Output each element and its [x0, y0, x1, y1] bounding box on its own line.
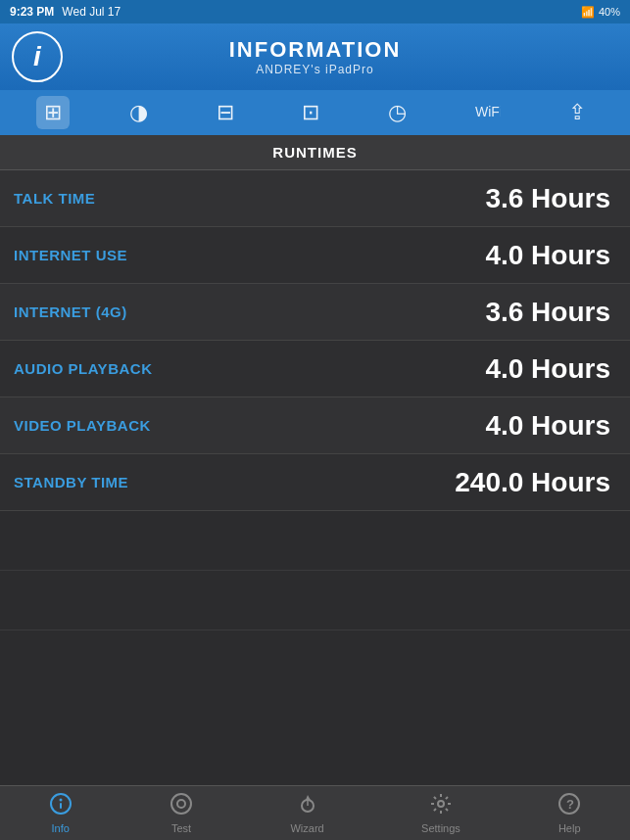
- toolbar: ⊞ ◑ ⊟ ⊡ ◷ WiFi ⇪: [0, 90, 630, 135]
- status-icons: 📶 40%: [581, 6, 620, 19]
- toolbar-clock-icon[interactable]: ◷: [380, 96, 414, 129]
- app-logo-icon: i: [12, 31, 63, 82]
- divider-1: [0, 570, 630, 571]
- runtime-value: 240.0 Hours: [382, 467, 630, 498]
- toolbar-chart-icon[interactable]: ◑: [121, 96, 156, 129]
- table-row: INTERNET USE4.0 Hours: [0, 227, 630, 284]
- svg-text:?: ?: [566, 797, 574, 812]
- nav-help-label: Help: [558, 822, 581, 834]
- status-time: 9:23 PM: [10, 5, 54, 19]
- runtimes-table: TALK TIME3.6 HoursINTERNET USE4.0 HoursI…: [0, 170, 630, 511]
- nav-item-settings[interactable]: Settings: [410, 788, 472, 838]
- runtime-value: 4.0 Hours: [382, 353, 630, 385]
- nav-settings-icon: [429, 792, 453, 820]
- battery-status: 40%: [599, 6, 620, 18]
- runtime-value: 4.0 Hours: [382, 240, 630, 271]
- svg-point-2: [59, 799, 62, 802]
- bottom-nav: InfoTestWizardSettings?Help: [0, 785, 630, 840]
- svg-rect-3: [60, 803, 62, 809]
- table-row: STANDBY TIME240.0 Hours: [0, 454, 630, 511]
- runtime-label: AUDIO PLAYBACK: [0, 360, 382, 377]
- runtime-label: STANDBY TIME: [0, 474, 382, 490]
- runtime-label: INTERNET USE: [0, 247, 382, 263]
- section-title: RUNTIMES: [272, 144, 357, 161]
- wifi-status-icon: 📶: [581, 6, 595, 19]
- nav-info-label: Info: [52, 822, 70, 834]
- header-subtitle: ANDREY's iPadPro: [229, 63, 402, 76]
- toolbar-share-icon[interactable]: ⇪: [560, 96, 594, 129]
- runtime-value: 3.6 Hours: [382, 297, 630, 328]
- header: i INFORMATION ANDREY's iPadPro: [0, 23, 630, 90]
- table-row: AUDIO PLAYBACK4.0 Hours: [0, 341, 630, 397]
- header-text: INFORMATION ANDREY's iPadPro: [229, 37, 402, 76]
- empty-area: [0, 570, 630, 785]
- nav-settings-label: Settings: [421, 822, 460, 834]
- nav-info-icon: [49, 792, 73, 820]
- nav-help-icon: ?: [557, 792, 581, 820]
- nav-item-test[interactable]: Test: [158, 788, 205, 838]
- nav-item-help[interactable]: ?Help: [546, 788, 593, 838]
- toolbar-image-icon[interactable]: ⊡: [294, 96, 327, 129]
- runtime-label: TALK TIME: [0, 190, 382, 207]
- runtime-label: VIDEO PLAYBACK: [0, 417, 382, 434]
- divider-2: [0, 630, 630, 630]
- nav-test-label: Test: [171, 822, 191, 834]
- nav-item-wizard[interactable]: Wizard: [278, 788, 335, 838]
- nav-item-info[interactable]: Info: [37, 788, 84, 838]
- nav-wizard-icon: [296, 792, 319, 820]
- nav-test-icon: [170, 792, 193, 820]
- toolbar-wifi-icon[interactable]: WiFi: [467, 96, 509, 129]
- svg-point-5: [177, 800, 185, 808]
- nav-wizard-label: Wizard: [290, 822, 323, 834]
- table-row: INTERNET (4G)3.6 Hours: [0, 284, 630, 341]
- section-header: RUNTIMES: [0, 135, 630, 170]
- status-date: Wed Jul 17: [62, 5, 121, 19]
- svg-point-4: [171, 794, 191, 814]
- table-row: VIDEO PLAYBACK4.0 Hours: [0, 397, 630, 454]
- svg-text:WiFi: WiFi: [475, 104, 501, 119]
- toolbar-barcode-icon[interactable]: ⊞: [36, 96, 70, 129]
- svg-point-8: [438, 801, 444, 807]
- header-title: INFORMATION: [229, 37, 402, 63]
- toolbar-cpu-icon[interactable]: ⊟: [209, 96, 242, 129]
- runtime-value: 4.0 Hours: [382, 410, 630, 442]
- runtime-label: INTERNET (4G): [0, 303, 382, 320]
- runtime-value: 3.6 Hours: [382, 183, 630, 214]
- status-bar: 9:23 PM Wed Jul 17 📶 40%: [0, 0, 630, 23]
- table-row: TALK TIME3.6 Hours: [0, 170, 630, 227]
